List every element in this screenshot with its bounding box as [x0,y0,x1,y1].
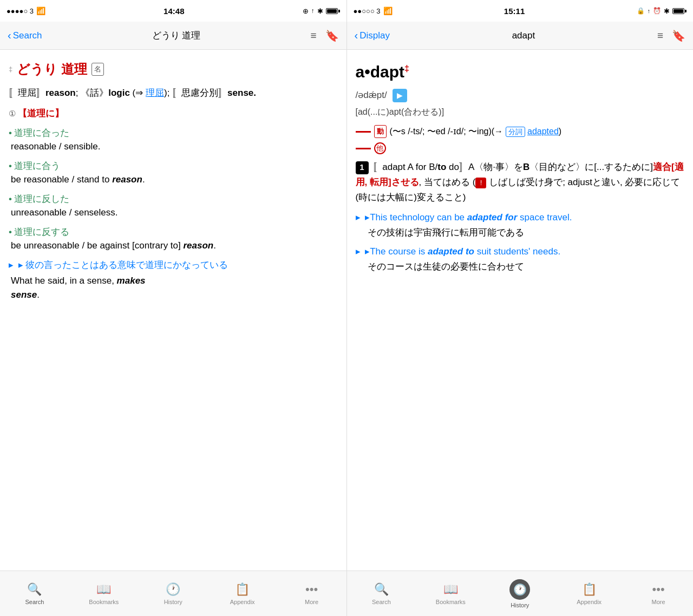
bullet-word-2: 道理に合う [9,159,338,173]
example-sentence-right-2[interactable]: ▸The course is adapted to suit students'… [356,245,685,259]
left-panel: ‡ どうり 道理 名 〚理屈〛reason; 《話》logic (⇒ 理屈); … [0,50,347,571]
tab-search-right[interactable]: 🔍 Search [347,571,416,616]
right-entry-header: a•dapt‡ [356,60,685,84]
left-wifi-icon: 📶 [36,6,45,15]
left-nav-icons: ≡ 🔖 [310,29,338,42]
left-main-definition: 〚理屈〛reason; 《話》logic (⇒ 理屈); 〚思慮分別〛sense… [9,86,338,100]
tab-more-left[interactable]: ••• More [277,571,346,616]
tab-bookmarks-left[interactable]: 📖 Bookmarks [69,571,139,616]
search-tab-label-r: Search [372,599,391,605]
right-nav-icons: ≡ 🔖 [657,29,685,42]
tab-bookmarks-right[interactable]: 📖 Bookmarks [416,571,485,616]
bullet-item-3: 道理に反した unreasonable / senseless. [9,192,338,220]
right-main-definition: 1 〚adapt A for B/to do〛A〈物·事〉をB〈目的など〉に[.… [356,160,685,205]
definition-text: 〚理屈〛reason; 《話》logic (⇒ 理屈); 〚思慮分別〛sense… [9,88,256,98]
bullet-item-2: 道理に合う be reasonable / stand to reason. [9,159,338,187]
tab-appendix-right[interactable]: 📋 Appendix [554,571,624,616]
more-tab-label: More [305,599,318,605]
section-number: ① 【道理に】 [9,107,338,121]
example-text-1: 彼の言ったことはある意味で道理にかなっている [25,260,228,270]
bookmark-icon[interactable]: 🔖 [325,29,339,42]
left-entry-header: ‡ どうり 道理 名 [9,60,338,79]
left-status-bar: ●●●●○ 3 📶 14:48 ⊕ ↑ ✱ [0,0,347,22]
dagger-symbol: ‡ [404,64,409,73]
bullet-def-4: be unreasonable / be against [contrary t… [9,239,338,253]
example-translation-1: What he said, in a sense, makes [9,274,338,288]
bullet-def-2: be reasonable / stand to reason. [9,173,338,187]
menu-icon[interactable]: ≡ [310,30,316,42]
chevron-left-icon-r: ‹ [355,29,358,42]
right-status-icons: 🔒 ↑ ⏰ ✱ [637,7,687,15]
more-tab-label-r: More [652,599,665,605]
location-icon-r: ↑ [648,8,651,14]
more-tab-icon: ••• [305,582,318,597]
bullet-word-3: 道理に反した [9,192,338,206]
right-time: 15:11 [393,6,637,16]
left-headword: どうり 道理 [17,60,87,79]
grammar-forms: (〜s /-ts/; 〜ed /-ɪd/; 〜ing)(→ 分詞 adapted… [390,125,562,138]
tab-history-left[interactable]: 🕐 History [139,571,208,616]
bookmarks-tab-label: Bookmarks [89,599,119,605]
left-nav-bar: ‹ Search どうり 道理 ≡ 🔖 [0,22,347,49]
tab-appendix-left[interactable]: 📋 Appendix [208,571,277,616]
other-pos-badge: 他 [374,142,386,154]
alarm-icon: ⏰ [653,7,661,15]
location-icon: ⊕ [303,7,309,15]
red-line-decoration [356,131,371,133]
bluetooth-icon-r: ✱ [664,7,670,15]
left-back-button[interactable]: ‹ Search [8,29,42,42]
right-nav-title: adapt [395,30,652,41]
menu-icon-r[interactable]: ≡ [657,30,663,42]
red-line-2 [356,148,371,149]
warning-badge: ! [475,178,486,188]
left-nav-title: どうり 道理 [48,29,305,42]
appendix-tab-icon: 📋 [235,582,250,597]
chevron-left-icon: ‹ [8,29,11,42]
search-tab-icon-r: 🔍 [374,582,389,597]
riketsu-link[interactable]: 理屈 [146,88,164,98]
bullet-item-4: 道理に反する be unreasonable / be against [con… [9,225,338,253]
tab-search-left[interactable]: 🔍 Search [0,571,69,616]
bullet-word-4: 道理に反する [9,225,338,239]
left-time: 14:48 [45,6,302,16]
italic-adapted: adapted for [467,212,518,222]
example-ja-1: その技術は宇宙飛行に転用可能である [356,226,685,240]
example-block-2: ▸The course is adapted to suit students'… [356,245,685,273]
italic-adapted-to: adapted to [428,246,474,257]
right-panel: a•dapt‡ /ədǽpt/ ▶ [ad(...に)apt(合わせる)] 動 … [347,50,694,571]
right-wifi-icon: 📶 [383,6,393,15]
battery-icon [326,8,340,14]
play-icon: ▶ [397,90,403,101]
more-tab-icon-r: ••• [652,582,665,597]
audio-button[interactable]: ▶ [393,89,407,102]
pron-text: /ədǽpt/ [356,90,387,100]
bookmarks-tab-label-r: Bookmarks [436,599,466,605]
history-tab-label-r: History [511,602,529,608]
bookmark-icon-r[interactable]: 🔖 [672,29,685,42]
search-tab-icon: 🔍 [27,582,42,597]
grammar-line: 動 (〜s /-ts/; 〜ed /-ɪd/; 〜ing)(→ 分詞 adapt… [356,125,685,138]
left-pos-badge: 名 [91,63,104,76]
right-nav-bar: ‹ Display adapt ≡ 🔖 [347,22,694,49]
bookmarks-tab-icon-r: 📖 [443,582,458,597]
left-back-label[interactable]: Search [13,30,42,41]
right-status-bar: ●●○○○ 3 📶 15:11 🔒 ↑ ⏰ ✱ [347,0,694,22]
example-translation-cont: sense. [9,288,338,302]
marker-symbol: ‡ [9,64,12,75]
example-sentence-1[interactable]: ▸ 彼の言ったことはある意味で道理にかなっている [9,258,338,272]
appendix-tab-label: Appendix [230,599,255,605]
tab-history-right[interactable]: 🕐 History [485,571,554,616]
right-back-button[interactable]: ‹ Display [355,29,390,42]
example-ja-2: そのコースは生徒の必要性に合わせて [356,260,685,274]
battery-icon-r [672,8,687,14]
tab-more-right[interactable]: ••• More [624,571,693,616]
history-tab-icon-r: 🕐 [509,579,530,600]
search-tab-label: Search [25,599,44,605]
example-sentence-right-1[interactable]: ▸This technology can be adapted for spac… [356,211,685,225]
adapted-link[interactable]: adapted [527,127,559,136]
appendix-tab-label-r: Appendix [577,599,602,605]
left-tab-bar: 🔍 Search 📖 Bookmarks 🕐 History 📋 Appendi… [0,571,347,616]
right-headword: a•dapt‡ [356,63,409,81]
right-back-label[interactable]: Display [359,30,390,41]
def-number-badge: 1 [356,161,369,174]
